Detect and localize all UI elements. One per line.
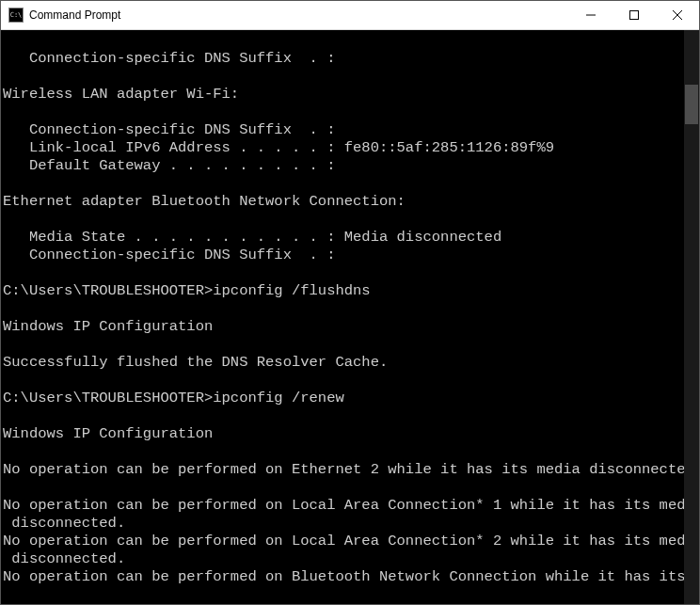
scrollbar[interactable]: [684, 30, 699, 604]
terminal-output[interactable]: Connection-specific DNS Suffix . : Wirel…: [1, 30, 684, 604]
minimize-icon: [586, 10, 596, 20]
close-icon: [673, 10, 682, 20]
command-prompt-window: C:\ Command Prompt Connection-specific D…: [0, 0, 700, 605]
maximize-icon: [629, 10, 639, 20]
window-title: Command Prompt: [29, 8, 569, 22]
minimize-button[interactable]: [569, 1, 612, 29]
app-icon: C:\: [8, 8, 24, 23]
maximize-button[interactable]: [612, 1, 656, 29]
terminal-area: Connection-specific DNS Suffix . : Wirel…: [1, 30, 699, 604]
svg-rect-1: [630, 11, 639, 20]
window-controls: [569, 1, 699, 29]
close-button[interactable]: [656, 1, 699, 29]
titlebar[interactable]: C:\ Command Prompt: [1, 1, 699, 30]
app-icon-text: C:\: [10, 11, 23, 19]
scroll-thumb[interactable]: [685, 85, 698, 124]
